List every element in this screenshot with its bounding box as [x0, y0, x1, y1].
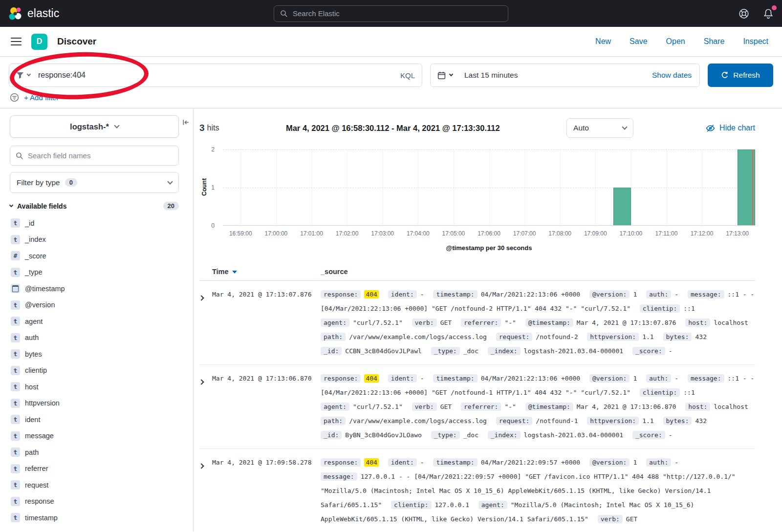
field-item-bytes[interactable]: tbytes [10, 346, 184, 362]
alerts-icon[interactable] [762, 8, 774, 20]
field-value-highlighted: 404 [364, 458, 378, 467]
field-item-request[interactable]: trequest [10, 477, 184, 493]
query-menu-button[interactable] [16, 71, 32, 79]
field-key-badge: path: [321, 417, 346, 425]
doc-time: Mar 4, 2021 @ 17:13:06.870 [212, 371, 321, 442]
show-dates-button[interactable]: Show dates [652, 71, 699, 80]
interval-selected-value: Auto [573, 124, 589, 132]
field-item-@timestamp[interactable]: @timestamp [10, 280, 184, 297]
field-item-ident[interactable]: tident [10, 411, 184, 428]
field-key-badge: ident: [388, 290, 417, 298]
field-key-badge: _type: [431, 431, 460, 439]
x-tick-label: 17:08:00 [548, 230, 571, 237]
field-value-highlighted: 404 [364, 290, 378, 298]
field-value: logstash-2021.03.04-000001 [524, 431, 624, 439]
expand-row-button[interactable] [199, 287, 212, 358]
field-key-badge: ident: [388, 458, 417, 467]
string-field-icon: t [11, 415, 20, 424]
string-field-icon: t [11, 235, 20, 244]
nav-action-open[interactable]: Open [666, 37, 685, 46]
field-name: request [25, 481, 48, 489]
index-pattern-selector[interactable]: logstash-* [10, 115, 179, 138]
field-key-badge: response: [321, 290, 361, 298]
nav-action-inspect[interactable]: Inspect [743, 37, 768, 46]
field-key-badge: _index: [488, 347, 521, 355]
field-item-message[interactable]: tmessage [10, 428, 184, 445]
field-value-highlighted: 404 [364, 374, 378, 383]
field-key-badge: response: [321, 374, 361, 383]
refresh-button[interactable]: Refresh [708, 64, 773, 87]
refresh-label: Refresh [733, 71, 760, 80]
query-input[interactable]: response:404 KQL [9, 64, 422, 87]
time-range-value[interactable]: Last 15 minutes [458, 71, 518, 80]
field-item-_id[interactable]: t_id [10, 215, 184, 232]
field-key-badge: clientip: [391, 501, 431, 509]
field-item-_score[interactable]: #_score [10, 248, 184, 264]
x-axis-label: @timestamp per 30 seconds [223, 244, 755, 252]
field-search-input[interactable]: Search field names [10, 146, 179, 166]
field-item-@version[interactable]: t@version [10, 297, 184, 314]
x-tick-label: 17:05:00 [442, 230, 465, 237]
available-fields-count: 20 [163, 202, 179, 210]
discover-app-badge[interactable]: D [31, 34, 47, 50]
field-name: message [25, 432, 54, 440]
x-tick-label: 17:09:00 [584, 230, 607, 237]
filter-by-type-label: Filter by type [17, 178, 60, 187]
column-header-time[interactable]: Time [212, 268, 321, 276]
menu-button[interactable] [9, 36, 23, 47]
field-item-referrer[interactable]: treferrer [10, 461, 184, 477]
field-item-httpversion[interactable]: thttpversion [10, 395, 184, 412]
field-key-badge: _index: [488, 431, 521, 439]
field-key-badge: @version: [589, 374, 630, 383]
add-filter-button[interactable]: + Add filter [24, 93, 59, 102]
doc-source: response:404 ident:- timestamp:04/Mar/20… [321, 455, 755, 526]
histogram-bar[interactable] [613, 188, 631, 226]
field-item-response[interactable]: tresponse [10, 493, 184, 510]
expand-row-button[interactable] [199, 455, 212, 526]
field-item-_type[interactable]: t_type [10, 264, 184, 281]
field-key-badge: verb: [598, 515, 623, 523]
field-key-badge: request: [496, 333, 533, 341]
string-field-icon: t [11, 497, 20, 506]
nav-action-new[interactable]: New [595, 37, 611, 46]
field-name: response [25, 497, 54, 505]
collapse-sidebar-button[interactable] [182, 118, 190, 128]
filter-circle-icon[interactable] [10, 93, 19, 102]
field-value: GET [626, 515, 637, 523]
field-key-badge: auth: [646, 458, 671, 467]
y-tick-label: 1 [211, 184, 215, 191]
field-item-_index[interactable]: t_index [10, 232, 184, 248]
field-value: - [674, 291, 678, 298]
help-icon[interactable] [738, 8, 750, 20]
nav-action-share[interactable]: Share [704, 37, 725, 46]
hits-count: 3 [199, 123, 205, 133]
field-item-auth[interactable]: tauth [10, 330, 184, 346]
interval-select[interactable]: Auto [566, 118, 633, 138]
table-row: Mar 4, 2021 @ 17:09:58.278response:404 i… [199, 449, 755, 532]
available-fields-header[interactable]: Available fields 20 [10, 202, 179, 210]
field-item-timestamp[interactable]: ttimestamp [10, 510, 184, 526]
nav-action-save[interactable]: Save [630, 37, 647, 46]
field-name: @version [25, 301, 55, 309]
filter-by-type-dropdown[interactable]: Filter by type 0 [10, 172, 179, 193]
field-item-path[interactable]: tpath [10, 444, 184, 461]
field-value: - [420, 291, 424, 298]
x-tick-label: 17:04:00 [407, 230, 430, 237]
hide-chart-button[interactable]: Hide chart [706, 124, 755, 133]
field-key-badge: message: [688, 290, 724, 298]
global-search-input[interactable]: Search Elastic [274, 5, 508, 22]
date-picker-calendar-button[interactable] [431, 71, 458, 80]
field-value: - [420, 459, 424, 466]
field-key-badge: agent: [321, 403, 349, 411]
kql-button[interactable]: KQL [400, 71, 415, 80]
field-key-badge: timestamp: [433, 374, 477, 383]
date-field-icon [11, 284, 20, 293]
field-item-host[interactable]: thost [10, 379, 184, 395]
field-item-clientip[interactable]: tclientip [10, 362, 184, 379]
chevron-down-icon [167, 179, 173, 184]
global-header: elastic Search Elastic [0, 0, 782, 27]
field-key-badge: @version: [589, 458, 630, 467]
elastic-logo[interactable]: elastic [8, 6, 59, 21]
field-item-agent[interactable]: tagent [10, 313, 184, 330]
expand-row-button[interactable] [199, 371, 212, 442]
